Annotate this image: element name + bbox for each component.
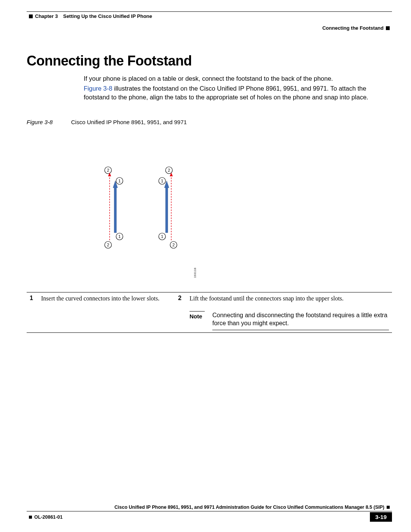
svg-text:2: 2 [168,168,170,173]
svg-marker-9 [108,173,111,176]
page-header: Chapter 3 Setting Up the Cisco Unified I… [27,11,392,31]
footer-doc-id: OL-20861-01 [34,514,62,520]
callout-table: 1 Insert the curved connectors into the … [27,292,392,333]
svg-text:1: 1 [161,179,163,183]
figure-caption: Figure 3-8 Cisco Unified IP Phone 8961, … [27,119,392,125]
callout-num-1: 1 [27,292,38,332]
note-block: Note Connecting and disconnecting the fo… [190,311,389,330]
figure-id: 193118 [193,268,197,278]
svg-text:2: 2 [107,168,109,173]
figure-diagram: 2 1 1 2 2 1 1 2 [78,131,392,275]
callout-cell-2: Lift the footstand until the connectors … [186,292,392,332]
svg-text:2: 2 [172,243,175,247]
callout-num-2: 2 [175,292,186,332]
intro-paragraph-2: Figure 3-8 illustrates the footstand on … [84,84,392,101]
block-icon [29,516,32,519]
page-number: 3-19 [370,512,392,522]
page-footer: Cisco Unified IP Phone 8961, 9951, and 9… [27,505,392,522]
chapter-label: Chapter 3 [35,13,58,19]
intro-paragraph-1: If your phone is placed on a table or de… [84,74,392,83]
header-section: Connecting the Footstand [27,25,392,31]
header-chapter: Chapter 3 Setting Up the Cisco Unified I… [27,13,152,19]
page-title: Connecting the Footstand [27,53,392,69]
svg-text:1: 1 [118,179,121,183]
block-icon [387,506,390,509]
intro-paragraph-2-text: illustrates the footstand on the Cisco U… [84,85,368,100]
svg-text:1: 1 [118,234,121,239]
chapter-title: Setting Up the Cisco Unified IP Phone [63,13,152,19]
figure-link[interactable]: Figure 3-8 [84,85,112,92]
block-icon [386,26,390,30]
note-text: Connecting and disconnecting the footsta… [212,311,389,330]
callout-text-2: Lift the footstand until the connectors … [190,295,389,303]
section-title: Connecting the Footstand [322,25,384,31]
figure-label: Figure 3-8 [27,119,53,125]
svg-marker-20 [170,173,173,176]
svg-text:1: 1 [161,234,163,239]
block-icon [29,14,33,18]
svg-marker-10 [113,181,118,233]
note-label: Note [190,313,202,320]
svg-marker-21 [164,181,169,233]
callout-text-1: Insert the curved connectors into the lo… [38,292,175,332]
table-row: 1 Insert the curved connectors into the … [27,292,392,332]
footer-guide-title: Cisco Unified IP Phone 8961, 9951, and 9… [115,505,384,510]
svg-text:2: 2 [107,243,109,247]
figure-caption-text: Cisco Unified IP Phone 8961, 9951, and 9… [71,119,187,125]
